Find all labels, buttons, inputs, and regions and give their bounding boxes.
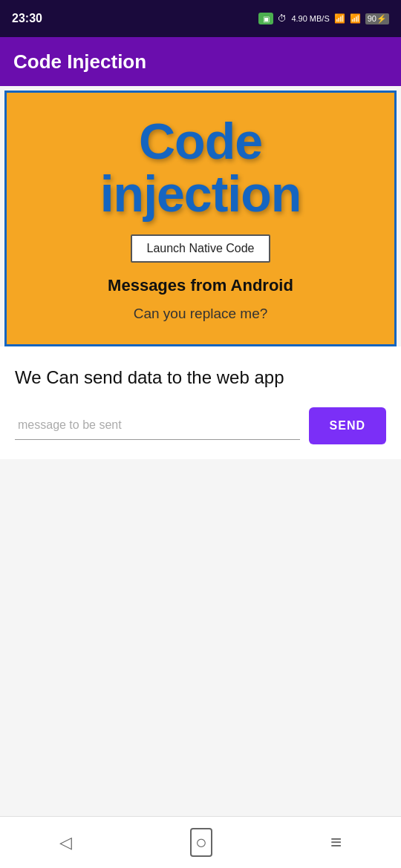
wifi-icon: 📶	[334, 13, 345, 24]
battery-level: 90	[368, 14, 376, 23]
launch-native-button[interactable]: Launch Native Code	[131, 234, 271, 263]
nav-home-button[interactable]: ○	[190, 828, 212, 857]
status-time: 23:30	[12, 12, 42, 25]
app-title: Code Injection	[13, 50, 146, 73]
android-icon: ▣	[258, 13, 273, 24]
input-row: SEND	[15, 407, 386, 444]
send-button[interactable]: SEND	[309, 407, 386, 444]
app-bar: Code Injection	[0, 37, 401, 86]
title-line2: injection	[100, 165, 301, 222]
messages-title: Messages from Android	[108, 276, 293, 295]
speed-text: 4.90 MB/S	[291, 14, 329, 23]
messages-subtitle: Can you replace me?	[134, 306, 268, 322]
battery-indicator: 90⚡	[365, 13, 389, 24]
webview-title: Code injection	[100, 115, 301, 221]
native-section: We Can send data to the web app SEND	[0, 346, 401, 459]
webview-container: Code injection Launch Native Code Messag…	[4, 91, 397, 346]
status-bar: 23:30 ▣ ⏱ 4.90 MB/S 📶 📶 90⚡	[0, 0, 401, 37]
title-line1: Code	[139, 113, 262, 169]
nav-back-button[interactable]: ◁	[59, 833, 72, 852]
message-input[interactable]	[15, 411, 300, 440]
signal-icon: 📶	[350, 13, 361, 24]
speed-icon: ⏱	[278, 13, 287, 24]
nav-menu-button[interactable]: ≡	[330, 831, 342, 854]
status-icons: ▣ ⏱ 4.90 MB/S 📶 📶 90⚡	[258, 13, 389, 24]
native-section-title: We Can send data to the web app	[15, 367, 386, 388]
bottom-nav: ◁ ○ ≡	[0, 816, 401, 868]
